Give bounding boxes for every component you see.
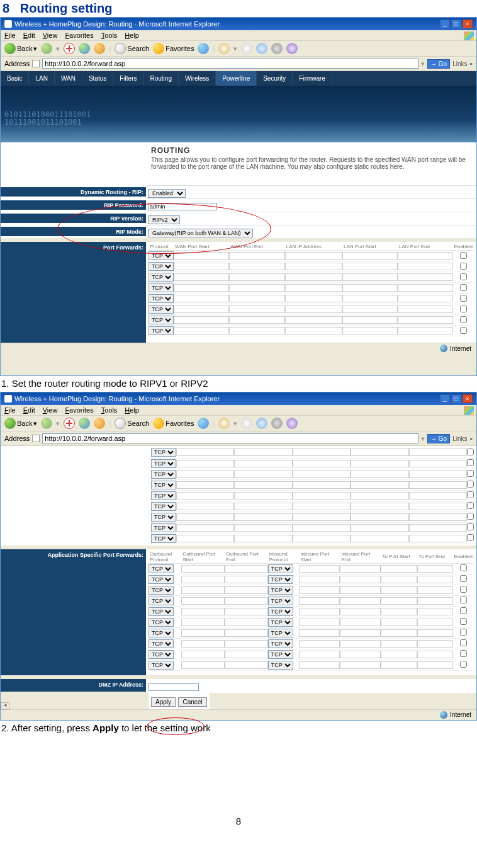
enabled-checkbox[interactable] — [460, 263, 467, 270]
pf-input[interactable] — [409, 535, 467, 542]
protocol-select[interactable]: TCP — [151, 448, 176, 457]
scrollbar-left-stub[interactable] — [1, 702, 9, 710]
pf-input[interactable] — [351, 535, 408, 542]
pf-input[interactable] — [176, 513, 234, 521]
pf-input[interactable] — [342, 306, 398, 313]
aspf-input[interactable] — [340, 640, 381, 648]
pf-input[interactable] — [351, 503, 408, 510]
edit-button[interactable] — [256, 43, 267, 54]
aspf-input[interactable] — [417, 661, 452, 669]
pf-input[interactable] — [234, 513, 292, 521]
pf-input[interactable] — [342, 263, 398, 270]
in-protocol-select[interactable]: TCP — [268, 607, 293, 616]
pf-input[interactable] — [409, 471, 467, 478]
protocol-select[interactable]: TCP — [149, 326, 174, 335]
pf-input[interactable] — [398, 316, 453, 324]
pf-input[interactable] — [176, 535, 234, 542]
pf-input[interactable] — [229, 284, 284, 292]
search-button[interactable]: Search — [115, 43, 149, 54]
tab-wan[interactable]: WAN — [55, 71, 82, 86]
enabled-checkbox[interactable] — [460, 316, 467, 323]
aspf-input[interactable] — [340, 629, 381, 637]
pf-input[interactable] — [293, 471, 351, 478]
menu-tools[interactable]: Tools — [101, 31, 118, 39]
enabled-checkbox[interactable] — [467, 502, 474, 509]
print-button[interactable] — [241, 418, 252, 429]
pf-input[interactable] — [398, 252, 453, 260]
enabled-checkbox[interactable] — [460, 661, 467, 668]
rip-version-select[interactable]: RIPv2 — [148, 215, 180, 224]
in-protocol-select[interactable]: TCP — [268, 639, 293, 648]
pf-input[interactable] — [398, 295, 453, 302]
menu-edit[interactable]: Edit — [23, 406, 35, 414]
stop-button[interactable] — [64, 418, 75, 429]
in-protocol-select[interactable]: TCP — [268, 618, 293, 627]
links-label[interactable]: Links — [452, 435, 467, 442]
protocol-select[interactable]: TCP — [149, 283, 174, 292]
pf-input[interactable] — [176, 481, 234, 489]
menu-tools[interactable]: Tools — [101, 406, 118, 414]
aspf-input[interactable] — [381, 629, 417, 637]
pf-input[interactable] — [229, 273, 284, 281]
close-button[interactable]: × — [463, 20, 473, 28]
pf-input[interactable] — [174, 263, 229, 270]
links-label[interactable]: Links — [452, 60, 467, 67]
aspf-input[interactable] — [381, 619, 417, 626]
pf-input[interactable] — [176, 460, 234, 467]
enabled-checkbox[interactable] — [460, 306, 467, 312]
enabled-checkbox[interactable] — [467, 523, 474, 530]
pf-input[interactable] — [351, 471, 408, 478]
pf-input[interactable] — [174, 316, 229, 324]
pf-input[interactable] — [174, 327, 229, 334]
aspf-input[interactable] — [340, 608, 381, 615]
pf-input[interactable] — [293, 460, 351, 467]
pf-input[interactable] — [229, 327, 284, 334]
in-protocol-select[interactable]: TCP — [268, 586, 293, 595]
pf-input[interactable] — [409, 492, 467, 500]
pf-input[interactable] — [342, 327, 398, 334]
aspf-input[interactable] — [225, 565, 268, 573]
menu-favorites[interactable]: Favorites — [65, 31, 93, 39]
pf-input[interactable] — [409, 460, 467, 467]
pf-input[interactable] — [342, 273, 398, 281]
discuss-button[interactable] — [271, 418, 283, 429]
address-input[interactable] — [42, 59, 418, 69]
forward-button[interactable] — [41, 418, 52, 429]
aspf-input[interactable] — [299, 608, 340, 615]
pf-input[interactable] — [409, 481, 467, 489]
tab-lan[interactable]: LAN — [29, 71, 54, 86]
enabled-checkbox[interactable] — [460, 650, 467, 657]
out-protocol-select[interactable]: TCP — [149, 575, 174, 584]
out-protocol-select[interactable]: TCP — [149, 597, 174, 605]
back-button[interactable]: Back ▾ — [4, 43, 37, 54]
aspf-input[interactable] — [299, 629, 340, 637]
aspf-input[interactable] — [340, 576, 381, 583]
home-button[interactable] — [94, 43, 105, 54]
rip-password-input[interactable] — [148, 203, 217, 210]
enabled-checkbox[interactable] — [467, 513, 474, 520]
pf-input[interactable] — [351, 524, 408, 532]
protocol-select[interactable]: TCP — [151, 513, 176, 522]
aspf-input[interactable] — [181, 640, 225, 648]
cancel-button[interactable]: Cancel — [178, 697, 206, 707]
out-protocol-select[interactable]: TCP — [149, 564, 174, 573]
tab-powerline[interactable]: Powerline — [216, 71, 257, 86]
enabled-checkbox[interactable] — [467, 448, 474, 455]
enabled-checkbox[interactable] — [460, 586, 467, 593]
pf-input[interactable] — [234, 481, 292, 489]
protocol-select[interactable]: TCP — [151, 491, 176, 500]
enabled-checkbox[interactable] — [460, 284, 467, 291]
enabled-checkbox[interactable] — [460, 252, 467, 259]
in-protocol-select[interactable]: TCP — [268, 661, 293, 670]
protocol-select[interactable]: TCP — [149, 305, 174, 314]
discuss-button[interactable] — [271, 43, 283, 54]
aspf-input[interactable] — [225, 619, 268, 626]
enabled-checkbox[interactable] — [460, 639, 467, 646]
edit-button[interactable] — [256, 418, 267, 429]
refresh-button[interactable] — [79, 418, 90, 429]
protocol-select[interactable]: TCP — [149, 262, 174, 271]
pf-input[interactable] — [398, 284, 453, 292]
research-button[interactable] — [286, 43, 298, 54]
menu-help[interactable]: Help — [125, 31, 139, 39]
aspf-input[interactable] — [417, 640, 452, 648]
